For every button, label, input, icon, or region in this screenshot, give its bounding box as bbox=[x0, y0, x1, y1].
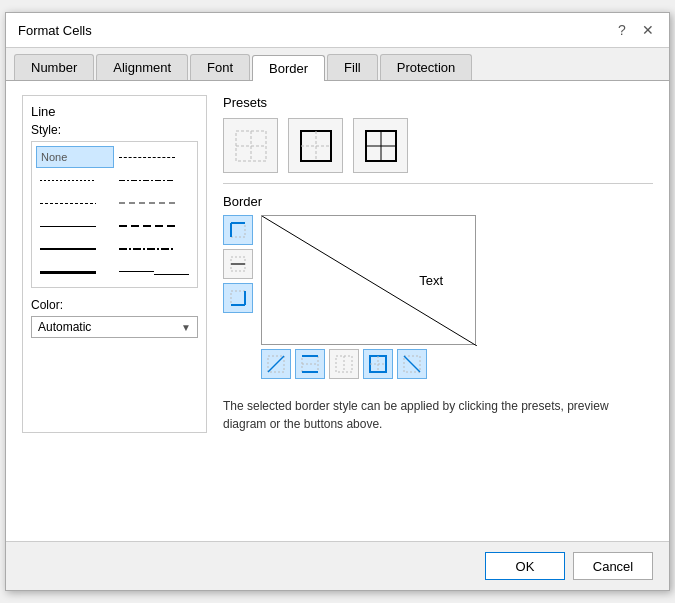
line-style-thin-solid[interactable] bbox=[36, 215, 114, 237]
color-dropdown[interactable]: Automatic ▼ bbox=[31, 316, 198, 338]
tab-font[interactable]: Font bbox=[190, 54, 250, 80]
line-style-dash-dot-dot[interactable] bbox=[115, 192, 193, 214]
tab-fill[interactable]: Fill bbox=[327, 54, 378, 80]
line-style-dot-medium[interactable] bbox=[36, 192, 114, 214]
presets-row bbox=[223, 118, 653, 184]
border-btn-diag-down[interactable] bbox=[261, 349, 291, 379]
dialog-footer: OK Cancel bbox=[6, 541, 669, 590]
border-btn-middle[interactable] bbox=[223, 249, 253, 279]
svg-rect-9 bbox=[231, 223, 245, 237]
content-inner: Line Style: None bbox=[22, 95, 653, 433]
title-bar-controls: ? ✕ bbox=[613, 21, 657, 39]
border-btn-inner-h[interactable] bbox=[295, 349, 325, 379]
tab-alignment[interactable]: Alignment bbox=[96, 54, 188, 80]
preset-all-icon bbox=[361, 126, 401, 166]
svg-rect-14 bbox=[231, 291, 245, 305]
border-bottom-buttons bbox=[261, 349, 476, 379]
tab-content: Line Style: None bbox=[6, 81, 669, 541]
tab-bar: Number Alignment Font Border Fill Protec… bbox=[6, 48, 669, 81]
tab-border[interactable]: Border bbox=[252, 55, 325, 81]
border-btn-inner-v[interactable] bbox=[329, 349, 359, 379]
border-top-left-icon bbox=[228, 220, 248, 240]
color-value: Automatic bbox=[38, 320, 91, 334]
preset-outline-icon bbox=[296, 126, 336, 166]
dialog-title: Format Cells bbox=[18, 23, 92, 38]
line-style-medium-dash[interactable] bbox=[115, 215, 193, 237]
ok-button[interactable]: OK bbox=[485, 552, 565, 580]
preview-area: Text bbox=[261, 215, 476, 379]
border-preview[interactable]: Text bbox=[261, 215, 476, 345]
border-bottom-right-icon bbox=[228, 288, 248, 308]
border-inner-v-icon bbox=[334, 354, 354, 374]
line-section-title: Line bbox=[31, 104, 198, 119]
preset-none-button[interactable] bbox=[223, 118, 278, 173]
line-style-dot-fine[interactable] bbox=[36, 169, 114, 191]
preview-svg bbox=[262, 216, 477, 346]
border-btn-outer[interactable] bbox=[363, 349, 393, 379]
format-cells-dialog: Format Cells ? ✕ Number Alignment Font B… bbox=[5, 12, 670, 591]
tab-number[interactable]: Number bbox=[14, 54, 94, 80]
preset-none-icon bbox=[231, 126, 271, 166]
border-label: Border bbox=[223, 194, 653, 209]
border-left-buttons bbox=[223, 215, 253, 313]
line-style-double[interactable] bbox=[115, 261, 193, 283]
svg-line-30 bbox=[404, 356, 420, 372]
line-style-dash-dot[interactable] bbox=[115, 169, 193, 191]
cancel-button[interactable]: Cancel bbox=[573, 552, 653, 580]
tab-protection[interactable]: Protection bbox=[380, 54, 473, 80]
border-inner-h-icon bbox=[300, 354, 320, 374]
line-style-grid: None bbox=[31, 141, 198, 288]
border-btn-diag-up[interactable] bbox=[397, 349, 427, 379]
help-text: The selected border style can be applied… bbox=[223, 397, 653, 433]
border-middle-icon bbox=[228, 254, 248, 274]
help-button[interactable]: ? bbox=[613, 21, 631, 39]
line-panel: Line Style: None bbox=[22, 95, 207, 433]
close-button[interactable]: ✕ bbox=[639, 21, 657, 39]
preset-all-borders-button[interactable] bbox=[353, 118, 408, 173]
none-label: None bbox=[41, 151, 67, 163]
color-dropdown-arrow: ▼ bbox=[181, 322, 191, 333]
line-style-none[interactable]: None bbox=[36, 146, 114, 168]
preset-outline-button[interactable] bbox=[288, 118, 343, 173]
border-btn-right-bottom[interactable] bbox=[223, 283, 253, 313]
border-area: Text bbox=[223, 215, 653, 379]
presets-label: Presets bbox=[223, 95, 653, 110]
svg-line-17 bbox=[262, 216, 477, 346]
line-style-thick-solid[interactable] bbox=[36, 261, 114, 283]
color-label: Color: bbox=[31, 298, 198, 312]
svg-line-19 bbox=[268, 356, 284, 372]
border-outer-icon bbox=[368, 354, 388, 374]
line-style-dash-long[interactable] bbox=[115, 146, 193, 168]
border-btn-left-top[interactable] bbox=[223, 215, 253, 245]
line-style-thick-dash-dot[interactable] bbox=[115, 238, 193, 260]
right-panel: Presets bbox=[223, 95, 653, 433]
preview-text: Text bbox=[419, 273, 443, 288]
border-diag-up-icon bbox=[402, 354, 422, 374]
border-diag-down-icon bbox=[266, 354, 286, 374]
line-style-medium-solid[interactable] bbox=[36, 238, 114, 260]
style-label: Style: bbox=[31, 123, 198, 137]
title-bar: Format Cells ? ✕ bbox=[6, 13, 669, 48]
